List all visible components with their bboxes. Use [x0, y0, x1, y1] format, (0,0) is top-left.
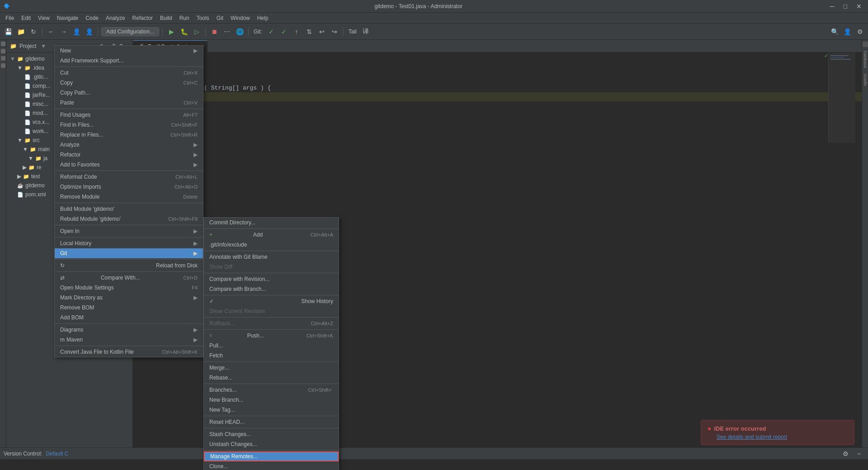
settings-icon[interactable]: ⚙	[854, 26, 865, 37]
cm-local-history[interactable]: Local History ▶	[55, 238, 203, 248]
toolbar-debug[interactable]: 🐛	[179, 26, 189, 37]
gs-rollback[interactable]: Rollback... Ctrl+Alt+Z	[204, 318, 339, 328]
gs-clone[interactable]: Clone...	[204, 461, 339, 470]
cm-compare-with[interactable]: ⇄ Compare With... Ctrl+D	[55, 273, 203, 283]
cm-replace-files[interactable]: Replace in Files... Ctrl+Shift+R	[55, 130, 203, 140]
cm-module-settings[interactable]: Open Module Settings F4	[55, 283, 203, 293]
git-undo[interactable]: ↩	[316, 26, 327, 37]
gs-show-diff[interactable]: Show Diff	[204, 262, 339, 272]
cm-reformat[interactable]: Reformat Code Ctrl+Alt+L	[55, 172, 203, 182]
translate-icon[interactable]: 译	[360, 26, 371, 37]
right-icon-1[interactable]	[863, 42, 868, 47]
cm-find-files[interactable]: Find in Files... Ctrl+Shift+F	[55, 120, 203, 130]
side-icon-1[interactable]	[1, 42, 5, 46]
cm-diagrams[interactable]: Diagrams ▶	[55, 325, 203, 335]
git-update[interactable]: ⇅	[304, 26, 315, 37]
cm-add-framework[interactable]: Add Framework Support...	[55, 56, 203, 66]
git-check1[interactable]: ✓	[266, 26, 277, 37]
profile-icon[interactable]: 👤	[842, 26, 853, 37]
cm-analyze[interactable]: Analyze ▶	[55, 140, 203, 150]
toolbar-run2[interactable]: ▷	[191, 26, 202, 37]
gs-manage-remotes[interactable]: Manage Remotes...	[204, 451, 339, 461]
project-dropdown[interactable]: ▼	[41, 43, 46, 49]
gs-gitinfo[interactable]: .git/info/exclude	[204, 240, 339, 250]
toolbar-vcs2[interactable]: 👤	[84, 26, 94, 37]
vc-minimize[interactable]: −	[854, 448, 864, 459]
menu-navigate[interactable]: Navigate	[53, 14, 82, 22]
search-everywhere[interactable]: 🔍	[829, 26, 840, 37]
maximize-button[interactable]: □	[841, 2, 850, 11]
right-icon-2[interactable]: Database	[863, 49, 868, 70]
menu-file[interactable]: File	[2, 14, 18, 22]
gs-add[interactable]: + Add Ctrl+Alt+A	[204, 230, 339, 240]
toolbar-stop[interactable]: ⏹	[209, 26, 220, 37]
cm-git[interactable]: Git ▶	[55, 248, 203, 258]
git-redo[interactable]: ↪	[329, 26, 340, 37]
cm-refactor[interactable]: Refactor ▶	[55, 150, 203, 160]
cm-reload-disk[interactable]: ↻ Reload from Disk	[55, 261, 203, 271]
gs-push[interactable]: ↑ Push... Ctrl+Shift+K	[204, 331, 339, 341]
menu-build[interactable]: Build	[156, 14, 176, 22]
toolbar-refresh[interactable]: ↻	[28, 26, 39, 37]
toolbar-save[interactable]: 💾	[3, 26, 14, 37]
toolbar-globe[interactable]: 🌐	[234, 26, 245, 37]
menu-help[interactable]: Help	[254, 14, 272, 22]
cm-convert-kotlin[interactable]: Convert Java File to Kotlin File Ctrl+Al…	[55, 347, 203, 357]
vc-settings[interactable]: ⚙	[840, 448, 851, 459]
ide-error-link[interactable]: See details and submit report	[708, 434, 848, 440]
gs-stash[interactable]: Stash Changes...	[204, 429, 339, 439]
gs-unstash[interactable]: Unstash Changes...	[204, 439, 339, 449]
gs-show-current[interactable]: Show Current Revision	[204, 306, 339, 316]
cm-copy-path[interactable]: Copy Path...	[55, 88, 203, 98]
cm-paste[interactable]: Paste Ctrl+V	[55, 98, 203, 108]
gs-pull[interactable]: Pull...	[204, 341, 339, 351]
toolbar-run[interactable]: ▶	[166, 26, 177, 37]
cm-remove-module[interactable]: Remove Module Delete	[55, 192, 203, 202]
toolbar-more[interactable]: ⋯	[222, 26, 232, 37]
menu-tools[interactable]: Tools	[193, 14, 213, 22]
cm-copy[interactable]: Copy Ctrl+C	[55, 78, 203, 88]
gs-annotate[interactable]: Annotate with Git Blame	[204, 252, 339, 262]
side-icon-2[interactable]	[1, 49, 5, 53]
git-push[interactable]: ↑	[291, 26, 302, 37]
menu-code[interactable]: Code	[82, 14, 102, 22]
gs-reset-head[interactable]: Reset HEAD...	[204, 417, 339, 427]
gs-compare-branch[interactable]: Compare with Branch...	[204, 284, 339, 294]
menu-window[interactable]: Window	[227, 14, 254, 22]
gs-branches[interactable]: Branches... Ctrl+Shift+`	[204, 385, 339, 395]
cm-rebuild-module[interactable]: Rebuild Module 'gitdemo' Ctrl+Shift+F9	[55, 214, 203, 224]
menu-git[interactable]: Git	[213, 14, 227, 22]
cm-add-bom[interactable]: Add BOM	[55, 313, 203, 323]
side-icon-3[interactable]	[1, 56, 5, 61]
cm-open-in[interactable]: Open In ▶	[55, 226, 203, 236]
cm-build-module[interactable]: Build Module 'gitdemo'	[55, 204, 203, 214]
cm-find-usages[interactable]: Find Usages Alt+F7	[55, 110, 203, 120]
toolbar-forward[interactable]: →	[58, 26, 69, 37]
menu-run[interactable]: Run	[176, 14, 193, 22]
add-configuration-button[interactable]: Add Configuration...	[101, 27, 159, 36]
cm-maven[interactable]: m Maven ▶	[55, 335, 203, 345]
cm-optimize[interactable]: Optimize Imports Ctrl+Alt+O	[55, 182, 203, 192]
gs-compare-revision[interactable]: Compare with Revision...	[204, 274, 339, 284]
gs-rebase[interactable]: Rebase...	[204, 373, 339, 383]
menu-analyze[interactable]: Analyze	[102, 14, 129, 22]
menu-edit[interactable]: Edit	[18, 14, 34, 22]
gs-new-branch[interactable]: New Branch...	[204, 395, 339, 405]
gs-fetch[interactable]: Fetch	[204, 351, 339, 361]
git-check2[interactable]: ✓	[278, 26, 289, 37]
menu-view[interactable]: View	[34, 14, 53, 22]
close-button[interactable]: ✕	[854, 2, 864, 11]
side-icon-4[interactable]	[1, 63, 5, 68]
cm-new[interactable]: New ▶	[55, 46, 203, 56]
toolbar-open[interactable]: 📁	[15, 26, 26, 37]
toolbar-vcs[interactable]: 👤	[71, 26, 82, 37]
gs-new-tag[interactable]: New Tag...	[204, 405, 339, 415]
toolbar-back[interactable]: ←	[46, 26, 57, 37]
minimize-button[interactable]: ─	[827, 2, 837, 11]
cm-add-favorites[interactable]: Add to Favorites ▶	[55, 160, 203, 170]
cm-remove-bom[interactable]: Remove BOM	[55, 303, 203, 313]
right-icon-3[interactable]: Gradle	[863, 72, 868, 88]
gs-commit-dir[interactable]: Commit Directory...	[204, 218, 339, 228]
gs-show-history[interactable]: ✓ Show History	[204, 296, 339, 306]
menu-refactor[interactable]: Refactor	[129, 14, 156, 22]
